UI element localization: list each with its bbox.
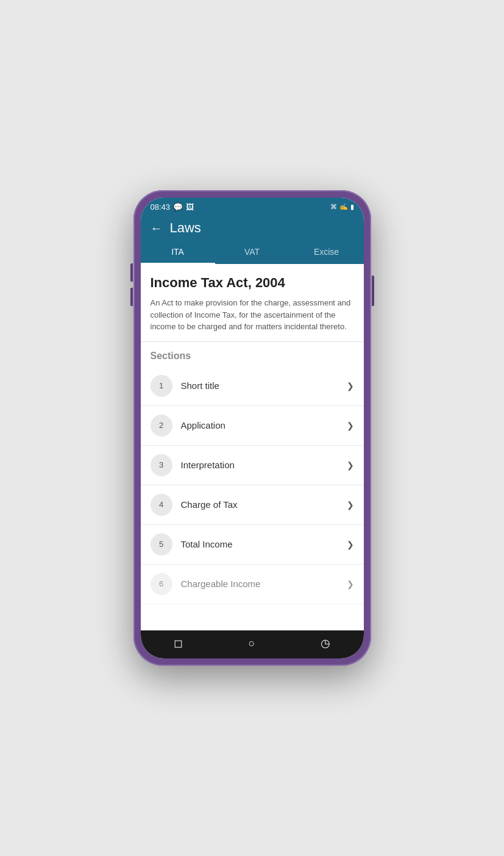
act-description: An Act to make provision for the charge,…	[151, 297, 354, 333]
section-name-3: Interpretation	[181, 460, 347, 470]
phone-screen: 08:43 💬 🖼 ⌘ ✍ ▮ ← Laws ITA VAT Exc	[141, 198, 364, 658]
tabs-bar: ITA VAT Excise	[141, 241, 364, 264]
recents-nav-button[interactable]: ◷	[321, 637, 330, 650]
time-display: 08:43	[151, 202, 171, 212]
tab-ita[interactable]: ITA	[141, 241, 215, 264]
section-number-5: 5	[151, 533, 172, 555]
section-item-1[interactable]: 1 Short title ❯	[141, 366, 364, 406]
battery-icon: ▮	[350, 203, 354, 211]
content-area[interactable]: Income Tax Act, 2004 An Act to make prov…	[141, 264, 364, 630]
status-time: 08:43 💬 🖼	[151, 202, 194, 212]
section-name-2: Application	[181, 420, 347, 430]
section-item-2[interactable]: 2 Application ❯	[141, 406, 364, 446]
tab-excise[interactable]: Excise	[289, 241, 364, 264]
back-nav-button[interactable]: ◻	[174, 637, 183, 650]
volume-down-button	[130, 288, 133, 306]
chevron-right-icon-6: ❯	[347, 579, 354, 589]
wifi-icon: ⌘	[330, 203, 337, 211]
section-name-1: Short title	[181, 380, 347, 391]
status-bar: 08:43 💬 🖼 ⌘ ✍ ▮	[141, 198, 364, 214]
tab-vat[interactable]: VAT	[215, 241, 289, 264]
act-header: Income Tax Act, 2004 An Act to make prov…	[141, 264, 364, 342]
section-name-4: Charge of Tax	[181, 499, 347, 510]
chevron-right-icon-4: ❯	[347, 500, 354, 510]
signal-icon: ✍	[339, 203, 348, 211]
whatsapp-icon: 💬	[173, 202, 183, 212]
chevron-right-icon-1: ❯	[347, 381, 354, 391]
act-title: Income Tax Act, 2004	[151, 275, 354, 291]
image-icon: 🖼	[186, 202, 194, 212]
section-number-3: 3	[151, 454, 172, 476]
back-button[interactable]: ←	[151, 221, 163, 235]
section-name-6: Chargeable Income	[181, 579, 347, 589]
section-item-3[interactable]: 3 Interpretation ❯	[141, 446, 364, 485]
section-number-6: 6	[151, 573, 172, 595]
power-button	[372, 276, 374, 306]
chevron-right-icon-3: ❯	[347, 460, 354, 470]
sections-label: Sections	[141, 342, 364, 366]
section-number-2: 2	[151, 415, 172, 437]
section-item-4[interactable]: 4 Charge of Tax ❯	[141, 485, 364, 525]
chevron-right-icon-5: ❯	[347, 540, 354, 549]
volume-up-button	[130, 263, 133, 282]
chevron-right-icon-2: ❯	[347, 421, 354, 430]
phone-frame: 08:43 💬 🖼 ⌘ ✍ ▮ ← Laws ITA VAT Exc	[133, 190, 371, 666]
section-number-1: 1	[151, 375, 172, 397]
bottom-nav: ◻ ○ ◷	[141, 630, 364, 658]
section-number-4: 4	[151, 494, 172, 516]
app-toolbar: ← Laws	[141, 214, 364, 241]
section-item-6[interactable]: 6 Chargeable Income ❯	[141, 565, 364, 604]
section-name-5: Total Income	[181, 539, 347, 549]
status-icons: ⌘ ✍ ▮	[330, 203, 354, 211]
home-nav-button[interactable]: ○	[249, 637, 255, 650]
section-item-5[interactable]: 5 Total Income ❯	[141, 525, 364, 565]
app-title: Laws	[170, 220, 201, 236]
